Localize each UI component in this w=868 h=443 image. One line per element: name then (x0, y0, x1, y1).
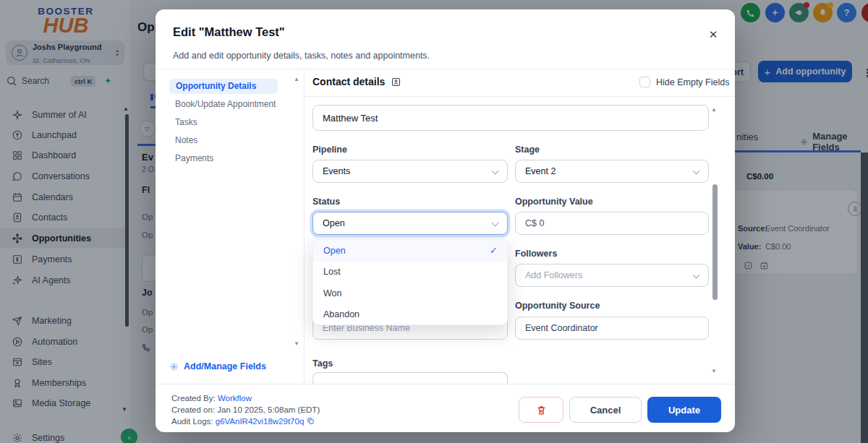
update-button[interactable]: Update (647, 397, 721, 423)
chevron-down-icon (492, 220, 499, 227)
audit-logs-line: Audit Logs: g6VAnIR42vi18w29t70q (171, 417, 315, 426)
scroll-down-icon[interactable]: ▼ (294, 340, 299, 347)
scroll-up-icon[interactable]: ▲ (294, 76, 299, 82)
modal-tab-notes[interactable]: Notes (175, 135, 197, 145)
followers-label: Followers (515, 249, 557, 259)
hide-empty-fields-toggle[interactable]: Hide Empty Fields (639, 77, 729, 87)
gear-icon (169, 362, 179, 371)
status-option-lost[interactable]: Lost (313, 262, 507, 283)
opportunity-value-label: Opportunity Value (515, 197, 593, 207)
chevron-down-icon (492, 168, 499, 175)
created-by-link[interactable]: Workflow (218, 394, 252, 403)
followers-select[interactable]: Add Followers (515, 264, 709, 287)
status-dropdown: Open ✓ Lost Won Abandon (312, 239, 508, 325)
opportunity-source-input[interactable] (515, 317, 709, 340)
status-label: Status (312, 197, 340, 207)
status-option-abandon[interactable]: Abandon (313, 304, 507, 326)
section-title: Contact details (312, 76, 401, 87)
modal-subtitle: Add and edit opportunity details, tasks,… (173, 51, 430, 61)
screen: BOOSTER HUB Joshs Playground St. Cathari… (0, 0, 868, 443)
scroll-down-icon[interactable]: ▼ (711, 368, 717, 374)
modal-tab-opportunity-details[interactable]: Opportunity Details (169, 79, 278, 94)
divider (156, 69, 735, 69)
tags-label: Tags (312, 358, 333, 369)
opportunity-value-input[interactable] (515, 212, 709, 235)
delete-button[interactable] (519, 397, 563, 423)
modal-tab-payments[interactable]: Payments (175, 153, 213, 163)
opportunity-source-label: Opportunity Source (515, 301, 600, 311)
modal-tab-book-appointment[interactable]: Book/Update Appointment (175, 99, 276, 109)
check-icon: ✓ (490, 245, 498, 256)
status-select[interactable]: Open (312, 212, 508, 235)
modal-title: Edit "Matthew Test" (173, 25, 285, 39)
pipeline-label: Pipeline (312, 145, 347, 155)
status-option-won[interactable]: Won (313, 283, 507, 304)
created-by-line: Created By: Workflow (171, 394, 252, 403)
add-manage-fields-link[interactable]: Add/Manage Fields (169, 361, 266, 371)
tags-input[interactable] (312, 372, 508, 384)
checkbox-icon[interactable] (639, 77, 650, 87)
edit-opportunity-modal: Edit "Matthew Test" ✕ Add and edit oppor… (156, 9, 735, 432)
created-on-line: Created on: Jan 10 2025, 5:08am (EDT) (171, 405, 320, 414)
divider (156, 384, 735, 384)
divider (304, 69, 305, 384)
stage-select[interactable]: Event 2 (515, 160, 709, 183)
chevron-down-icon (693, 168, 700, 175)
contact-name-input[interactable] (312, 105, 709, 131)
chevron-down-icon (693, 272, 700, 279)
contact-card-icon (391, 77, 401, 87)
status-option-open[interactable]: Open ✓ (313, 240, 507, 262)
close-icon[interactable]: ✕ (705, 27, 721, 43)
cancel-button[interactable]: Cancel (569, 397, 642, 423)
audit-logs-link[interactable]: g6VAnIR42vi18w29t70q (216, 417, 305, 426)
copy-icon[interactable] (307, 417, 315, 425)
divider (304, 96, 735, 97)
scroll-up-icon[interactable]: ▲ (711, 106, 717, 113)
modal-tab-tasks[interactable]: Tasks (175, 117, 197, 127)
trash-icon (536, 405, 547, 416)
pipeline-select[interactable]: Events (312, 160, 508, 183)
stage-label: Stage (515, 145, 540, 155)
form-scrollbar[interactable] (712, 184, 718, 300)
